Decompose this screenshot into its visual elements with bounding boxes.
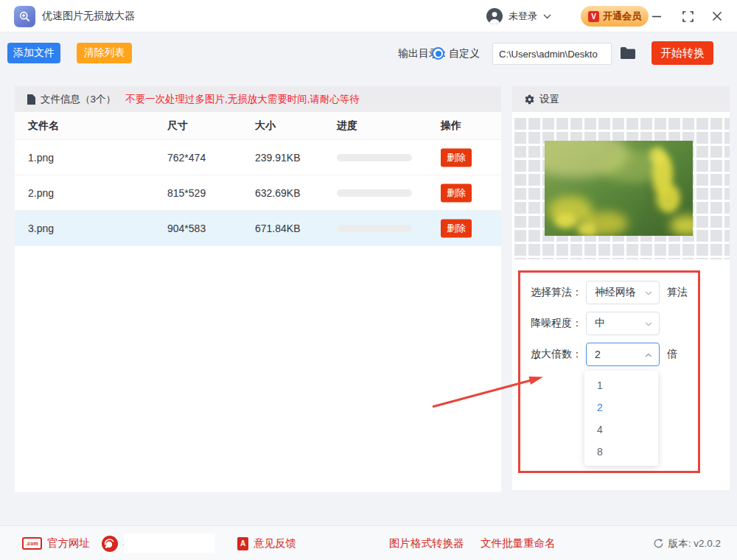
file-name: 2.png (28, 187, 54, 199)
col-filesize: 大小 (255, 119, 276, 133)
minimize-button[interactable] (646, 0, 668, 32)
denoise-select[interactable]: 中 (586, 312, 660, 335)
file-size: 632.69KB (255, 187, 301, 199)
gear-icon (523, 94, 534, 105)
scale-label: 放大倍数： (531, 343, 582, 366)
scale-row: 放大倍数： 2 倍 (512, 343, 730, 366)
redaction-overlay (124, 533, 215, 553)
scale-option-1[interactable]: 1 (584, 374, 658, 396)
start-convert-button[interactable]: 开始转换 (652, 41, 713, 65)
browse-folder-button[interactable] (618, 46, 638, 62)
table-row-selected[interactable]: 3.png 904*583 671.84KB 删除 (15, 211, 501, 246)
col-filename: 文件名 (28, 119, 59, 133)
close-icon (712, 11, 722, 21)
file-name: 1.png (28, 152, 54, 164)
file-count-label: 文件信息（3个） (41, 93, 116, 106)
file-size: 239.91KB (255, 152, 301, 164)
denoise-label: 降噪程度： (531, 312, 582, 335)
algorithm-suffix: 算法 (667, 281, 688, 304)
col-progress: 进度 (337, 119, 357, 133)
table-row[interactable]: 2.png 815*529 632.69KB 删除 (15, 175, 501, 211)
denoise-row: 降噪程度： 中 (512, 312, 730, 335)
scale-select[interactable]: 2 (586, 343, 660, 366)
file-list-header: 文件信息（3个） 不要一次处理过多图片,无损放大需要时间,请耐心等待 (15, 86, 501, 112)
settings-panel: 设置 (512, 86, 730, 490)
warning-text: 不要一次处理过多图片,无损放大需要时间,请耐心等待 (125, 93, 360, 106)
vip-button[interactable]: V 开通会员 (581, 6, 649, 27)
file-name: 3.png (28, 223, 54, 234)
app-logo-icon (14, 6, 35, 27)
footer-bar: .com 官方网址 客服 A 意见反馈 图片格式转换器 文件批量重命名 版本: … (0, 525, 737, 560)
denoise-value: 中 (595, 317, 605, 330)
output-path-input[interactable] (492, 43, 612, 65)
batch-rename-link[interactable]: 文件批量重命名 (481, 526, 556, 560)
col-actions: 操作 (441, 119, 461, 133)
col-dimensions: 尺寸 (167, 119, 188, 133)
table-row[interactable]: 1.png 762*474 239.91KB 删除 (15, 140, 501, 175)
file-size: 671.84KB (255, 223, 301, 234)
image-preview (545, 141, 693, 236)
login-status: 未登录 (509, 10, 537, 23)
delete-button[interactable]: 删除 (441, 219, 472, 237)
scale-option-2[interactable]: 2 (584, 396, 658, 419)
version-label: 版本: v2.0.2 (668, 537, 721, 550)
algorithm-row: 选择算法： 神经网络 算法 (512, 281, 730, 304)
vip-badge-icon: V (588, 11, 599, 22)
progress-bar (337, 189, 412, 197)
minimize-icon (652, 11, 662, 21)
feedback-link[interactable]: A 意见反馈 (237, 526, 296, 560)
custom-dir-radio[interactable] (432, 47, 444, 60)
com-icon: .com (22, 537, 42, 550)
algorithm-value: 神经网络 (595, 286, 636, 299)
chevron-down-icon (645, 291, 652, 295)
scale-option-8[interactable]: 8 (584, 441, 658, 463)
delete-button[interactable]: 删除 (441, 183, 472, 202)
app-title: 优速图片无损放大器 (42, 0, 135, 32)
clear-list-button[interactable]: 清除列表 (77, 43, 132, 63)
algorithm-select[interactable]: 神经网络 (586, 281, 660, 304)
custom-dir-option-label: 自定义 (449, 43, 480, 65)
refresh-icon (653, 538, 664, 549)
scale-suffix: 倍 (667, 343, 677, 366)
scale-option-4[interactable]: 4 (584, 419, 658, 441)
algorithm-label: 选择算法： (531, 281, 582, 304)
format-converter-link[interactable]: 图片格式转换器 (389, 526, 464, 560)
vip-button-label: 开通会员 (603, 10, 641, 23)
title-bar: 优速图片无损放大器 未登录 V 开通会员 (0, 0, 737, 32)
file-list-panel: 文件信息（3个） 不要一次处理过多图片,无损放大需要时间,请耐心等待 文件名 尺… (15, 86, 501, 492)
scale-options-dropdown: 1 2 4 8 (584, 371, 658, 466)
progress-bar (337, 154, 412, 161)
radio-dot (436, 51, 441, 57)
file-dimensions: 815*529 (167, 187, 206, 199)
official-site-label: 官方网址 (47, 536, 90, 550)
close-button[interactable] (706, 0, 728, 32)
feedback-icon: A (237, 537, 248, 550)
add-files-button[interactable]: 添加文件 (7, 43, 60, 63)
login-menu[interactable]: 未登录 (486, 0, 551, 32)
settings-header: 设置 (512, 86, 730, 112)
chevron-down-icon (543, 14, 551, 19)
chevron-down-icon (645, 322, 652, 326)
table-header-row: 文件名 尺寸 大小 进度 操作 (15, 112, 501, 140)
delete-button[interactable]: 删除 (441, 148, 472, 167)
settings-title: 设置 (539, 93, 559, 106)
chevron-up-icon (645, 353, 652, 357)
feedback-label: 意见反馈 (254, 536, 296, 550)
folder-icon (620, 46, 636, 60)
headset-icon (102, 536, 118, 552)
batch-rename-label: 文件批量重命名 (481, 536, 556, 550)
document-icon (27, 94, 35, 105)
version-info: 版本: v2.0.2 (653, 526, 721, 560)
maximize-icon (682, 11, 694, 22)
scale-value: 2 (595, 349, 601, 360)
official-site-link[interactable]: .com 官方网址 (22, 526, 90, 560)
maximize-button[interactable] (677, 0, 699, 32)
format-converter-label: 图片格式转换器 (389, 536, 464, 550)
user-icon (486, 8, 503, 24)
file-dimensions: 762*474 (167, 152, 206, 164)
file-dimensions: 904*583 (167, 223, 206, 234)
progress-bar (337, 225, 412, 232)
